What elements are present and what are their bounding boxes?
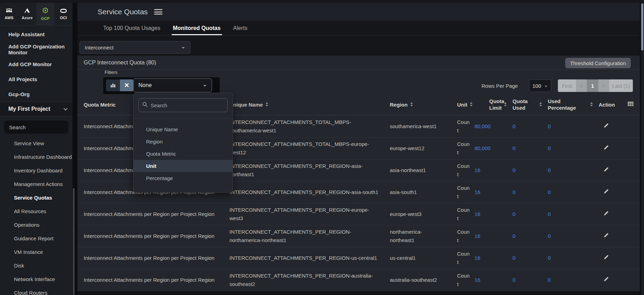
pagination-current-page[interactable]: 1: [587, 79, 598, 92]
cell-quota-used-link[interactable]: 0: [513, 144, 548, 153]
sidebar-item-help-assistant[interactable]: Help Assistant: [0, 27, 73, 42]
edit-pencil-icon[interactable]: [604, 210, 609, 218]
sidebar-item-disk[interactable]: Disk: [0, 259, 73, 272]
provider-tab-gcp[interactable]: GCP: [36, 3, 54, 25]
panel-bottom-band: [77, 291, 640, 295]
dropdown-option-unique-name[interactable]: Unique Name: [134, 123, 233, 135]
pagination-prev-button[interactable]: <: [576, 79, 587, 92]
cell-quota-limit-link[interactable]: 16: [475, 232, 513, 240]
cell-unique-name: INTERCONNECT_ATTACHMENTS_PER_REGION-aust…: [229, 272, 390, 288]
sidebar-item-label: Help Assistant: [8, 31, 45, 37]
edit-pencil-icon[interactable]: [604, 166, 609, 174]
cell-quota-metric: Interconnect Attachments per Region per …: [84, 210, 229, 218]
sidebar-item-service-quotas[interactable]: Service Quotas: [0, 191, 73, 204]
cell-quota-limit-link[interactable]: 80,000: [475, 122, 513, 131]
pagination-first-button[interactable]: First: [558, 79, 576, 92]
cell-quota-limit-link[interactable]: 16: [475, 166, 513, 174]
rows-per-page-select[interactable]: 100: [529, 79, 551, 92]
sidebar-scrollbar-thumb[interactable]: [73, 188, 75, 295]
dropdown-search-input[interactable]: [151, 102, 224, 108]
cell-quota-limit-link[interactable]: 16: [475, 254, 513, 262]
hamburger-menu-icon[interactable]: [154, 9, 162, 15]
cell-unique-name: INTERCONNECT_ATTACHMENTS_PER_REGION-us-c…: [229, 254, 390, 262]
project-selector[interactable]: My First Project: [0, 102, 73, 116]
filter-attribute-select[interactable]: None: [133, 78, 212, 92]
cell-quota-limit-link[interactable]: 80,000: [475, 144, 513, 153]
cell-used-percentage-link[interactable]: 0: [548, 166, 599, 174]
column-header-unique-name[interactable]: Unique Name: [229, 101, 390, 108]
cell-used-percentage-link[interactable]: 0: [548, 144, 599, 153]
sidebar-item-service-view[interactable]: Service View: [0, 137, 73, 150]
cell-quota-used-link[interactable]: 0: [513, 232, 548, 240]
cell-unique-name: INTERCONNECT_ATTACHMENTS_PER_REGION-asia…: [229, 188, 390, 196]
edit-pencil-icon[interactable]: [604, 144, 609, 153]
edit-pencil-icon[interactable]: [604, 232, 609, 240]
sidebar-item-add-gcp-monitor[interactable]: Add GCP Monitor: [0, 57, 73, 72]
edit-pencil-icon[interactable]: [604, 254, 609, 262]
pagination-last-button[interactable]: Last (1): [609, 79, 633, 92]
option-label: Region: [146, 139, 163, 145]
azure-icon: [24, 8, 30, 14]
tab-monitored-quotas[interactable]: Monitored Quotas: [173, 21, 221, 35]
tab-alerts[interactable]: Alerts: [233, 21, 248, 35]
sidebar-item-all-projects[interactable]: All Projects: [0, 72, 73, 87]
cell-action: [599, 166, 640, 174]
filter-chip-close-button[interactable]: [120, 79, 133, 91]
sidebar-item-all-resources[interactable]: All Resources: [0, 204, 73, 218]
cell-used-percentage-link[interactable]: 0: [548, 210, 599, 218]
quota-panel-header: GCP Interconnect Quota (80) Threshold Co…: [77, 56, 640, 70]
cell-used-percentage-link[interactable]: 0: [548, 122, 599, 131]
column-header-unit[interactable]: Unit: [457, 101, 489, 108]
sidebar-item-add-gcp-organization-monitor[interactable]: Add GCP Organization Monitor: [0, 42, 73, 57]
edit-pencil-icon[interactable]: [604, 188, 609, 196]
cell-quota-limit-link[interactable]: 16: [475, 210, 513, 218]
service-type-select[interactable]: Interconnect: [79, 41, 190, 54]
dropdown-option-quota-metric[interactable]: Quota Metric: [134, 148, 233, 160]
column-header-quota-limit[interactable]: Quota Limit: [489, 98, 513, 111]
vertical-scrollbar-thumb[interactable]: [641, 3, 643, 51]
cell-quota-limit-link[interactable]: 16: [475, 188, 513, 196]
cell-unit: Count: [457, 118, 475, 135]
provider-tab-oci[interactable]: OCI: [54, 3, 73, 25]
cell-quota-used-link[interactable]: 0: [513, 166, 548, 174]
edit-pencil-icon[interactable]: [604, 276, 609, 284]
cell-used-percentage-link[interactable]: 0: [548, 232, 599, 240]
sidebar-item-vm-instance[interactable]: VM Instance: [0, 245, 73, 259]
cell-quota-limit-link[interactable]: 16: [475, 276, 513, 284]
column-header-quota-used[interactable]: Quota Used: [513, 98, 548, 111]
cell-used-percentage-link[interactable]: 0: [548, 188, 599, 196]
sidebar-item-label: Cloud Routers: [14, 290, 47, 295]
provider-tab-aws[interactable]: AWS: [0, 3, 18, 25]
tab-top-100-quota-usages[interactable]: Top 100 Quota Usages: [103, 21, 160, 35]
sidebar-item-inventory-dashboard[interactable]: Inventory Dashboard: [0, 164, 73, 177]
sidebar-item-management-actions[interactable]: Management Actions: [0, 177, 73, 191]
sidebar-item-label: Inventory Dashboard: [14, 168, 62, 173]
sidebar-item-guidance-report[interactable]: Guidance Report: [0, 232, 73, 245]
sidebar-item-cloud-routers[interactable]: Cloud Routers: [0, 286, 73, 295]
column-header-region[interactable]: Region: [390, 101, 457, 108]
sidebar-item-infrastructure-dashboard[interactable]: Infrastructure Dashboard: [0, 150, 73, 164]
threshold-configuration-button[interactable]: Threshold Configuration: [565, 58, 631, 68]
sidebar-item-network-interface[interactable]: Network Interface: [0, 272, 73, 286]
dropdown-option-region[interactable]: Region: [134, 135, 233, 148]
cell-used-percentage-link[interactable]: 0: [548, 254, 599, 262]
cell-quota-used-link[interactable]: 0: [513, 122, 548, 131]
cell-unit: Count: [457, 228, 475, 244]
sidebar-search-input[interactable]: [9, 124, 78, 130]
cell-used-percentage-link[interactable]: 0: [548, 276, 599, 284]
cell-quota-used-link[interactable]: 0: [513, 254, 548, 262]
column-header-used-percentage[interactable]: Used Percentage: [548, 98, 599, 111]
edit-pencil-icon[interactable]: [604, 122, 609, 131]
column-label: Quota Limit: [489, 98, 501, 111]
sidebar-item-operations[interactable]: Operations: [0, 218, 73, 232]
pagination-next-button[interactable]: >: [598, 79, 609, 92]
provider-tab-azure[interactable]: Azure: [18, 3, 36, 25]
dropdown-option-percentage[interactable]: Percentage: [134, 172, 233, 184]
service-type-value: Interconnect: [85, 45, 114, 51]
column-chooser-icon[interactable]: [628, 101, 634, 108]
cell-quota-used-link[interactable]: 0: [513, 276, 548, 284]
cell-quota-used-link[interactable]: 0: [513, 188, 548, 196]
dropdown-option-unit[interactable]: Unit: [134, 160, 233, 172]
sidebar-item-gcp-org[interactable]: Gcp-Org: [0, 87, 73, 102]
cell-quota-used-link[interactable]: 0: [513, 210, 548, 218]
